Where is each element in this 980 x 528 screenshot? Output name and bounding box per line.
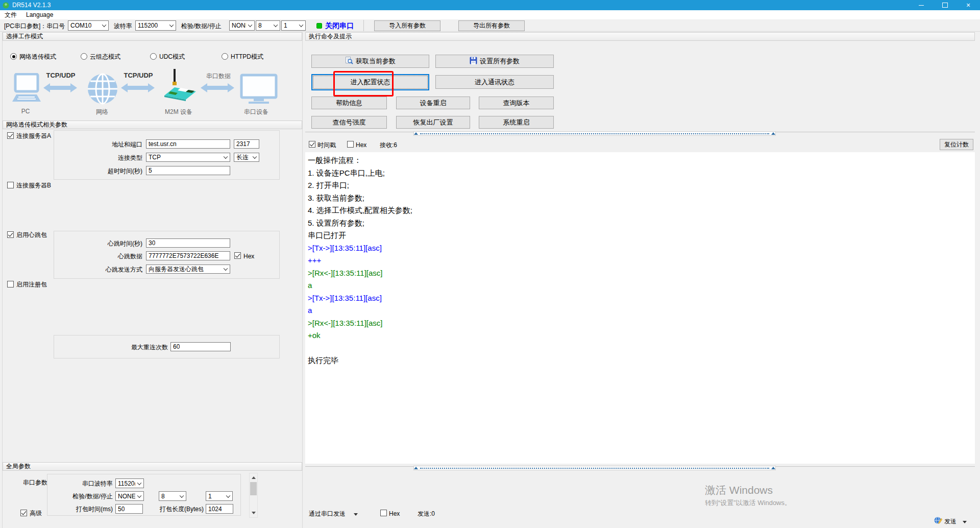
query-signal-button[interactable]: 查信号强度 [311,116,387,129]
chevron-down-icon[interactable] [354,513,358,516]
reset-count-button[interactable]: 复位计数 [940,139,973,150]
radio-udc-label: UDC模式 [159,53,185,60]
left-panel-scrollbar[interactable] [249,473,258,518]
log-line: 一般操作流程： [308,154,412,167]
query-version-button[interactable]: 查询版本 [479,97,554,109]
serial-parity-select[interactable]: NONE [115,491,144,501]
send-hex-checkbox[interactable] [380,510,387,516]
scroll-down-icon[interactable] [250,509,257,517]
factory-reset-button[interactable]: 恢复出厂设置 [396,116,470,129]
close-icon: × [966,2,970,9]
log-line: 5. 设置所有参数; [308,217,412,230]
conn-type-select[interactable]: TCP [146,153,230,162]
parity-value: NONI [232,22,246,29]
minimize-button[interactable] [910,0,933,10]
splitter-handle[interactable] [413,131,776,136]
activate-windows-hint: 转到“设置”以激活 Windows。 [705,498,791,508]
link1-label: TCP/UDP [46,71,76,79]
radio-cloud-mode[interactable] [81,53,87,60]
pack-len-input[interactable]: 1024 [206,504,233,514]
server-a-port-input[interactable]: 2317 [234,139,259,149]
scrollbar-thumb[interactable] [250,482,257,495]
conn-keep-select[interactable]: 长连 [234,153,259,162]
radio-httpd-mode[interactable] [222,53,228,60]
close-button[interactable]: × [957,0,980,10]
toolbar-divider [0,31,980,32]
menu-file[interactable]: 文件 [0,11,21,19]
arrow-icon [43,82,78,95]
advanced-checkbox[interactable] [20,510,27,516]
serial-params-fieldset: 串口波特率 11520( 检验/数据/停止 NONE 8 1 打包时间(ms) … [47,474,241,516]
com-port-value: COM10 [70,22,91,29]
serial-databits-select[interactable]: 8 [159,491,186,501]
heartbeat-hex-checkbox[interactable] [234,252,241,259]
heartbeat-time-label: 心跳时间(秒) [54,239,142,248]
reconnect-input[interactable]: 60 [170,342,231,351]
server-a-checkbox[interactable] [7,132,14,139]
heartbeat-time-input[interactable]: 30 [146,238,230,248]
app-window: DR514 V2.1.3 × 文件 Language [PC串口参数]：串口号 … [0,0,980,528]
chevron-down-icon[interactable] [963,521,967,523]
splitter-handle[interactable] [413,466,776,470]
enter-config-button[interactable]: 进入配置状态 [311,74,429,90]
export-params-button[interactable]: 导出所有参数 [458,20,525,31]
pack-time-input[interactable]: 50 [115,504,143,514]
enter-comm-button[interactable]: 进入通讯状态 [435,75,554,89]
splitter-arrow-icon [771,132,775,135]
heartbeat-mode-select[interactable]: 向服务器发送心跳包 [146,265,230,274]
server-a-label: 连接服务器A [16,132,51,139]
stopbits-select[interactable]: 1 [281,20,306,31]
register-checkbox[interactable] [7,281,14,287]
log-hex-checkbox[interactable] [347,141,354,148]
activate-windows-watermark: 激活 Windows [705,483,773,497]
radio-udc-mode[interactable] [150,53,157,60]
net-params-group-header: 网络透传模式相关参数 [3,121,302,129]
timeout-label: 超时时间(秒) [54,166,142,176]
serial-stopbits-select[interactable]: 1 [206,491,233,501]
serial-device-icon [240,74,278,106]
parity-label: 检验/数据/停止 [181,22,222,30]
heartbeat-data-input[interactable]: 7777772E7573722E636E [146,251,230,260]
import-params-button[interactable]: 导入所有参数 [374,20,440,31]
com-port-select[interactable]: COM10 [68,20,109,31]
device-reboot-button[interactable]: 设备重启 [396,97,470,109]
timeout-input[interactable]: 5 [146,166,230,175]
log-line: >[Rx<-][13:35:11][asc] [308,317,412,330]
heartbeat-mode-label: 心跳发送方式 [54,265,142,274]
parity-select[interactable]: NONI [229,20,255,31]
radio-httpd-label: HTTPD模式 [231,53,263,60]
log-line: +++ [308,254,412,267]
global-params-group-header: 全局参数 [3,462,302,471]
log-line: a [308,304,412,317]
menu-bar: 文件 Language [0,10,980,19]
heartbeat-checkbox[interactable] [7,231,14,238]
server-a-address-input[interactable]: test.usr.cn [146,139,230,149]
scroll-up-icon[interactable] [250,474,257,482]
timestamp-checkbox[interactable] [309,141,315,148]
set-params-button[interactable]: 设置所有参数 [435,55,554,68]
menu-language[interactable]: Language [21,11,58,18]
link3-label: 串口数据 [203,72,234,81]
pc-serial-label: [PC串口参数]：串口号 [4,22,65,30]
maximize-button[interactable] [933,0,957,10]
splitter-arrow-icon [414,132,418,135]
link2-label: TCP/UDP [124,71,153,79]
minimize-icon [919,5,924,6]
baud-select[interactable]: 115200 [135,20,176,31]
serial-parity-label: 检验/数据/停止 [47,492,113,501]
close-port-button[interactable]: 关闭串口 [325,21,354,31]
serial-params-label: 串口参数 [23,479,47,486]
databits-select[interactable]: 8 [256,20,280,31]
server-b-checkbox[interactable] [7,182,14,188]
send-button[interactable]: 发送 [944,518,957,525]
system-reboot-button[interactable]: 系统重启 [479,116,554,129]
serial-baud-select[interactable]: 11520( [115,478,144,488]
send-via-serial-dropdown[interactable]: 通过串口发送 [309,510,346,517]
log-line: 执行完毕 [308,354,412,367]
baud-value: 115200 [138,22,158,29]
commands-group-header: 执行命令及提示 [305,32,975,41]
radio-net-transparent-mode[interactable] [10,53,17,60]
get-params-button[interactable]: 获取当前参数 [311,55,429,68]
pack-time-label: 打包时间(ms) [47,505,113,514]
help-button[interactable]: 帮助信息 [311,97,387,109]
